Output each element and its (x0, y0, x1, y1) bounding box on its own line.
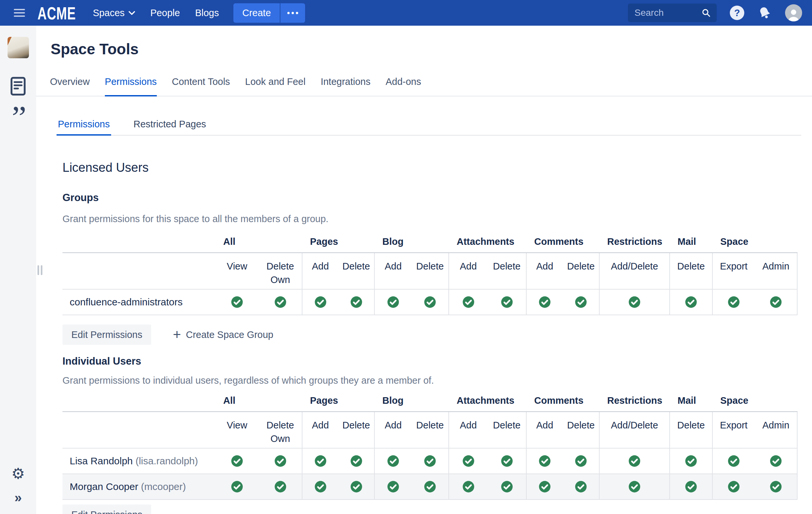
subtab-restricted-pages[interactable]: Restricted Pages (132, 119, 207, 136)
permission-cell (338, 474, 374, 499)
menu-icon[interactable] (14, 9, 25, 17)
principal-username: (mcooper) (138, 481, 186, 492)
check-permission-icon (727, 296, 740, 308)
permission-cell (302, 289, 338, 315)
plus-icon: + (173, 329, 181, 340)
permission-cell (599, 448, 670, 474)
tab-add-ons[interactable]: Add-ons (386, 76, 421, 97)
column-group-header: Comments (526, 232, 599, 253)
sidebar-resize-handle[interactable] (37, 265, 42, 275)
permission-cell (599, 474, 670, 499)
tab-look-and-feel[interactable]: Look and Feel (245, 76, 306, 97)
column-header: Add (374, 253, 412, 289)
column-group-header: Mail (670, 232, 713, 253)
users-permissions-table: AllPagesBlogAttachmentsCommentsRestricti… (62, 391, 798, 500)
edit-permissions-button-groups[interactable]: Edit Permissions (62, 324, 151, 345)
subtab-permissions[interactable]: Permissions (57, 119, 111, 136)
check-permission-icon (685, 455, 697, 467)
check-permission-icon (424, 481, 436, 493)
check-permission-icon (462, 481, 475, 493)
permission-cell (599, 289, 670, 315)
permission-cell (670, 448, 713, 474)
column-header: Add (302, 253, 338, 289)
nav-people[interactable]: People (150, 7, 180, 19)
permission-cell (563, 474, 599, 499)
column-group-header: Pages (302, 391, 374, 412)
blog-quote-icon[interactable]: ” (12, 101, 24, 125)
check-permission-icon (770, 455, 782, 467)
column-header: Add (526, 412, 563, 448)
check-permission-icon (462, 455, 475, 467)
column-group-header: Pages (302, 232, 374, 253)
check-permission-icon (231, 481, 243, 493)
column-group-header: Space (713, 391, 797, 412)
search-icon (701, 8, 711, 18)
column-header: Add (449, 253, 488, 289)
create-space-group-link[interactable]: + Create Space Group (173, 329, 273, 340)
permission-cell (526, 448, 563, 474)
permission-cell (259, 289, 302, 315)
nav-blogs[interactable]: Blogs (195, 7, 219, 19)
notifications-bell-icon[interactable] (757, 6, 772, 20)
permission-cell (374, 474, 412, 499)
check-permission-icon (575, 455, 587, 467)
check-permission-icon (314, 481, 327, 493)
edit-permissions-button-users[interactable]: Edit Permissions (62, 505, 151, 514)
settings-gear-icon[interactable]: ⚙ (11, 466, 25, 481)
column-header: Delete (488, 412, 526, 448)
create-button[interactable]: Create (233, 3, 280, 23)
permission-row: Morgan Cooper (mcooper) (62, 474, 797, 499)
page-title: Space Tools (51, 40, 812, 58)
tab-overview[interactable]: Overview (50, 76, 90, 97)
principal-name: Lisa Randolph (lisa.randolph) (62, 448, 215, 474)
check-permission-icon (231, 296, 243, 308)
check-permission-icon (501, 481, 513, 493)
search-box[interactable] (628, 4, 717, 22)
check-permission-icon (575, 296, 587, 308)
column-header: Add/Delete (599, 253, 670, 289)
permission-cell (412, 289, 449, 315)
check-permission-icon (231, 455, 243, 467)
permission-cell (488, 289, 526, 315)
column-group-header: All (215, 391, 302, 412)
check-permission-icon (628, 481, 641, 493)
groups-permissions-table: AllPagesBlogAttachmentsCommentsRestricti… (62, 232, 798, 315)
permission-cell (338, 448, 374, 474)
column-header: Delete (670, 253, 713, 289)
check-permission-icon (628, 455, 641, 467)
tab-permissions[interactable]: Permissions (105, 76, 157, 97)
more-icon[interactable] (280, 3, 305, 23)
expand-sidebar-icon[interactable]: » (14, 491, 22, 504)
column-header: Delete (563, 412, 599, 448)
column-header: Delete (412, 253, 449, 289)
individual-users-heading: Individual Users (62, 355, 812, 367)
check-permission-icon (501, 296, 513, 308)
permission-cell (412, 474, 449, 499)
app-logo[interactable]: ACME (37, 2, 76, 23)
permission-cell (526, 474, 563, 499)
column-header: Delete (412, 412, 449, 448)
check-permission-icon (685, 296, 697, 308)
permission-row: Lisa Randolph (lisa.randolph) (62, 448, 797, 474)
principal-name: confluence-administrators (62, 289, 215, 315)
search-input[interactable] (634, 7, 701, 19)
help-icon[interactable]: ? (730, 6, 744, 20)
user-avatar-icon[interactable] (785, 4, 802, 21)
check-permission-icon (628, 296, 641, 308)
column-group-header: Comments (526, 391, 599, 412)
nav-spaces[interactable]: Spaces (93, 7, 135, 19)
permissions-subtabs: Permissions Restricted Pages (57, 119, 801, 136)
space-logo[interactable] (7, 37, 29, 58)
tab-integrations[interactable]: Integrations (321, 76, 371, 97)
tab-content-tools[interactable]: Content Tools (172, 76, 230, 97)
permission-cell (374, 448, 412, 474)
permissions-panel: Permissions Restricted Pages Licensed Us… (57, 119, 812, 514)
column-group-header: Restrictions (599, 391, 670, 412)
permission-cell (670, 474, 713, 499)
space-tools-tabs: Overview Permissions Content Tools Look … (36, 58, 812, 97)
column-group-header: Space (713, 232, 797, 253)
permission-cell (412, 448, 449, 474)
main-content: Space Tools Overview Permissions Content… (36, 26, 812, 514)
pages-icon[interactable] (10, 77, 26, 96)
create-split-button: Create (233, 3, 305, 23)
